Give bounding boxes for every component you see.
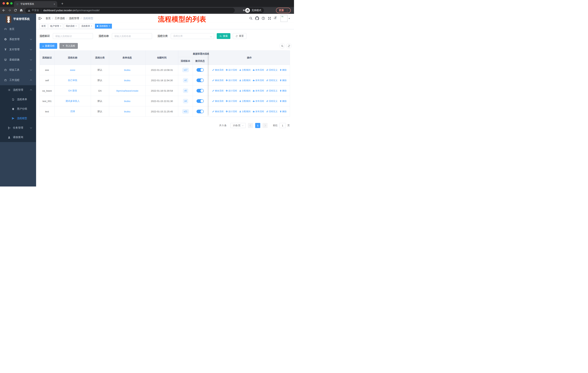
sidebar-item-system[interactable]: 系统管理 [0,34,36,44]
reset-button[interactable]: 重置 [233,33,246,39]
action-definition-link[interactable]: 流程定义 [266,79,278,82]
table-refresh-button[interactable] [286,43,292,49]
action-assign-rule-link[interactable]: 分配规则 [239,79,251,82]
action-delete-link[interactable]: 删除 [280,69,287,71]
next-page-button[interactable] [262,123,268,128]
sidebar-item-user-group[interactable]: 用户分组 [0,104,36,114]
action-assign-rule-link[interactable]: 分配规则 [239,69,251,71]
sidebar-item-payment[interactable]: ¥支付管理 [0,44,36,55]
hamburger-icon[interactable] [38,16,42,20]
page-size-select[interactable]: 10条/页 [230,123,246,128]
sidebar-item-dev-tools[interactable]: 研发工具 [0,65,36,75]
process-name-link[interactable]: 滔博 [70,110,75,113]
action-assign-rule-link[interactable]: 分配规则 [239,100,251,103]
import-process-button[interactable]: 导入流程 [59,43,78,49]
active-toggle[interactable] [197,79,204,82]
avatar-caret-icon[interactable]: ▾ [289,17,290,20]
sidebar-item-leave-query[interactable]: 请假查询 [0,133,36,142]
active-toggle[interactable] [197,99,204,103]
active-toggle[interactable] [197,68,204,72]
fullscreen-icon[interactable] [268,16,271,20]
search-icon[interactable] [249,16,253,20]
action-delete-link[interactable]: 删除 [280,100,287,103]
update-label[interactable]: 更新 [279,9,284,12]
maximize-window-button[interactable] [10,2,13,5]
sidebar-item-infrastructure[interactable]: 基础设施 [0,55,36,65]
form-link[interactable]: biubiu [124,79,130,82]
sidebar-item-process-model[interactable]: 流程模型 [0,114,36,123]
form-link[interactable]: /bpm/oa/leave/create [116,90,138,92]
action-publish-link[interactable]: 发布流程 [253,110,264,113]
action-definition-link[interactable]: 流程定义 [266,100,278,103]
action-design-link[interactable]: 设计流程 [226,110,237,113]
browser-update-button[interactable]: 更新 ⋮ [276,8,291,13]
action-modify-link[interactable]: 修改流程 [212,89,224,92]
sidebar-item-workflow[interactable]: 工作流程 [0,75,36,85]
active-toggle[interactable] [197,110,204,113]
action-assign-rule-link[interactable]: 分配规则 [239,110,251,113]
process-name-link[interactable]: 测试多审批人 [65,100,80,103]
breadcrumb-item[interactable]: 首页 [46,17,51,20]
help-icon[interactable] [261,16,265,20]
form-link[interactable]: biubiu [124,100,130,102]
action-modify-link[interactable]: 修改流程 [212,110,224,113]
goto-page-input[interactable] [279,123,286,128]
address-bar[interactable]: 不安全 dashboard.yudao.iocoder.cn/bpm/manag… [25,8,235,13]
tag-tenant-management[interactable]: 租户管理× [49,24,63,29]
github-icon[interactable] [255,16,259,20]
home-icon[interactable] [19,8,23,12]
breadcrumb-item[interactable]: 流程管理 [69,17,79,20]
action-modify-link[interactable]: 修改流程 [212,69,224,71]
action-publish-link[interactable]: 发布流程 [253,89,264,92]
process-name-link[interactable]: OA 请假 [68,89,77,92]
sidebar-item-home[interactable]: 首页 [0,24,36,34]
prev-page-button[interactable] [248,123,253,128]
action-design-link[interactable]: 设计流程 [226,69,237,71]
sidebar-item-task-management[interactable]: 任务管理 [0,123,36,133]
close-icon[interactable]: × [109,25,110,27]
action-definition-link[interactable]: 流程定义 [266,110,278,113]
close-icon[interactable]: × [75,25,77,27]
breadcrumb-item[interactable]: 工作流程 [55,17,65,20]
action-publish-link[interactable]: 发布流程 [253,100,264,103]
back-icon[interactable] [2,8,6,12]
action-modify-link[interactable]: 修改流程 [212,79,224,82]
version-badge[interactable]: v21 [182,109,189,114]
minimize-window-button[interactable] [6,2,9,5]
browser-tab[interactable]: 芋道管理系统 × [14,1,57,7]
action-delete-link[interactable]: 删除 [280,89,287,92]
action-delete-link[interactable]: 删除 [280,110,287,113]
close-icon[interactable]: × [60,25,61,27]
action-design-link[interactable]: 设计流程 [226,89,237,92]
browser-menu-icon[interactable]: ⋮ [286,9,289,12]
active-toggle[interactable] [197,89,204,92]
version-badge[interactable]: v5 [183,89,188,93]
action-design-link[interactable]: 设计流程 [226,100,237,103]
process-name-link[interactable]: eeee [70,69,75,71]
search-button[interactable]: 搜索 [217,33,230,39]
sidebar-item-process-management[interactable]: 流程管理 [0,85,36,95]
forward-icon[interactable] [8,8,11,12]
close-window-button[interactable] [2,2,5,5]
version-badge[interactable]: v2 [183,78,188,82]
close-icon[interactable]: × [91,25,92,27]
action-definition-link[interactable]: 流程定义 [266,89,278,92]
action-delete-link[interactable]: 删除 [280,79,287,82]
avatar[interactable] [281,15,287,22]
current-page-button[interactable]: 1 [255,123,260,128]
tag-my-process[interactable]: 我的流程× [64,24,79,29]
sidebar-item-process-form[interactable]: 流程表单 [0,95,36,104]
process-id-input[interactable] [53,33,93,39]
close-tab-icon[interactable]: × [53,3,55,5]
action-assign-rule-link[interactable]: 分配规则 [239,89,251,92]
form-link[interactable]: biubiu [124,110,130,113]
form-link[interactable]: biubiu [124,69,130,71]
action-design-link[interactable]: 设计流程 [226,79,237,82]
action-publish-link[interactable]: 发布流程 [253,79,264,82]
reload-icon[interactable] [13,8,17,12]
tag-process-form[interactable]: 流程表单× [79,24,94,29]
table-search-toggle-button[interactable] [279,43,285,49]
action-publish-link[interactable]: 发布流程 [253,69,264,71]
version-badge[interactable]: v4 [183,99,188,103]
create-process-button[interactable]: + 新建流程 [40,43,57,49]
